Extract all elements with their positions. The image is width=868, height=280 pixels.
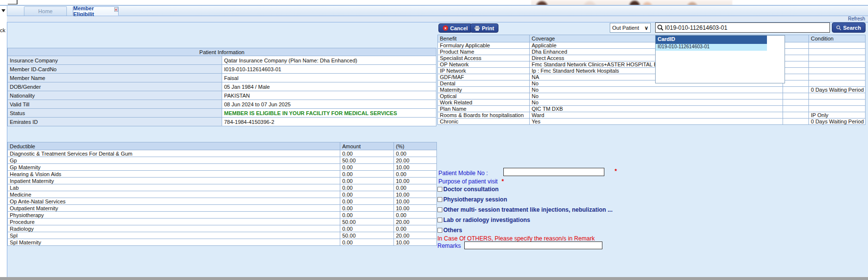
deductible-pct: 0.00 [394,212,437,219]
deductible-pct: 10.00 [394,178,437,184]
deductible-amount: 0.00 [340,198,394,205]
patient-info-row: DOB/Gender05 Jan 1984 / Male [8,82,436,91]
benefit-spacer [783,80,809,87]
benefit-name: Product Name [438,49,530,55]
benefit-header-condition: Condition [809,35,866,42]
patient-info-label: Emirates ID [8,118,222,126]
deductible-table: Deductible Amount (%) Diagnostic & Treat… [7,142,437,246]
benefit-condition [809,93,866,100]
nav-dropdown-arrow-icon[interactable] [1,9,5,12]
deductible-row: Radiology0.000.00 [8,225,437,232]
cardid-dropdown-header: CardID [656,36,767,44]
patient-info-title-row: Patient Information [8,48,436,56]
patient-info-table: Patient Information Insurance CompanyQat… [7,48,436,126]
benefit-name: Work Related [438,100,530,106]
deductible-pct: 20.00 [394,232,437,239]
benefit-condition [809,55,866,61]
purpose-checkbox[interactable] [437,218,442,222]
purpose-checkbox[interactable] [437,197,442,202]
side-cropped-text: ck [0,27,5,33]
benefit-row: IP NetworkIp : Fmc Standard Network Hosp… [438,68,866,74]
patient-info-body: Patient Information Insurance CompanyQat… [8,48,436,126]
benefit-row: Formulary ApplicableApplicable [438,42,866,49]
purpose-checkbox[interactable] [437,228,442,233]
deductible-name: Gp Maternity [8,164,340,171]
benefit-name: Formulary Applicable [438,42,530,49]
search-button[interactable]: Search [832,22,866,33]
patient-type-select[interactable]: Out Patient ∨ [610,23,651,33]
deductible-row: Inpatient Maternity0.0010.00 [8,178,437,184]
deductible-amount: 0.00 [340,205,394,212]
purpose-checkbox-label: Others [443,227,462,234]
tab-home-label: Home [38,8,52,14]
search-input-value: I019-010-112614603-01 [665,24,727,31]
deductible-pct: 10.00 [394,198,437,205]
cancel-button[interactable]: x Cancel [438,23,472,33]
deductible-name: Physiotherapy [8,212,340,219]
deductible-amount: 0.00 [340,191,394,198]
patient-info-value: 05 Jan 1984 / Male [222,82,436,91]
patient-info-value: I019-010-112614603-01 [222,65,436,74]
deductible-header-name: Deductible [8,142,340,150]
print-button[interactable]: Print [470,23,498,33]
benefit-spacer [783,49,809,55]
purpose-checkbox[interactable] [437,207,442,212]
search-button-icon [836,25,841,30]
deductible-amount: 50.00 [340,232,394,239]
refresh-link[interactable]: Refresh [848,16,865,21]
mobile-input[interactable] [503,168,604,176]
benefit-condition [809,80,866,87]
benefit-condition [809,100,866,106]
bottom-scroll-strip[interactable] [0,277,868,280]
benefit-spacer [783,112,809,119]
benefit-name: Maternity [438,87,530,93]
benefit-condition [809,42,866,49]
patient-info-value: Qatar Insurance Company (Plan Name: Dha … [222,56,436,65]
tab-home[interactable]: Home [24,6,67,16]
deductible-pct: 0.00 [394,150,437,157]
benefit-row: MaternityNo0 Days Waiting Period [438,87,866,93]
patient-info-title: Patient Information [8,48,436,56]
purpose-row: Physiotherapy session [437,196,613,203]
search-input[interactable]: I019-010-112614603-01 [655,22,830,33]
patient-info-label: DOB/Gender [8,82,222,91]
tab-member-eligibility[interactable]: Member Eligibilit x [73,6,119,16]
patient-info-row: Insurance CompanyQatar Insurance Company… [8,56,436,65]
deductible-name: Lab [8,184,340,191]
deductible-pct: 20.00 [394,219,437,225]
deductible-row: Outpatient Maternity0.0010.00 [8,205,437,212]
deductible-row: Procedure50.0020.00 [8,219,437,225]
cardid-dropdown-item[interactable]: I019-010-112614603-01 [656,44,767,51]
deductible-row: Lab0.000.00 [8,184,437,191]
benefit-name: Chronic [438,119,530,125]
benefit-row: OpticalNo [438,93,866,100]
patient-info-value: Faisal [222,74,436,82]
purpose-checkbox-label: Physiotherapy session [443,196,507,203]
remarks-input[interactable] [464,241,602,249]
others-note: In Case Of OTHERS, Please specify the re… [437,235,595,242]
deductible-name: Spl Maternity [8,239,340,246]
mobile-label: Patient Mobile No : [438,170,488,177]
benefit-row: Product NameDha Enhanced [438,49,866,55]
patient-info-value: 08 Jun 2024 to 07 Jun 2025 [222,100,436,109]
deductible-name: Hearing & Vision Aids [8,171,340,178]
benefit-coverage: No [530,100,783,106]
benefit-row: DentalNo [438,80,866,87]
deductible-name: Radiology [8,225,340,232]
benefit-row: GDF/MAFNA [438,74,866,80]
purpose-checkbox[interactable] [437,187,442,192]
deductible-pct: 10.00 [394,164,437,171]
print-icon [475,26,480,31]
purpose-row: Doctor consultation [437,185,613,193]
deductible-name: Diagnostic & Treatment Services For Dent… [8,150,340,157]
benefit-row: OP NetworkFmc Standard Network Clinics+A… [438,61,866,68]
benefit-name: Specialist Access [438,55,530,61]
deductible-amount: 0.00 [340,150,394,157]
deductible-row: Spl Maternity0.0010.00 [8,239,437,246]
deductible-name: Medicine [8,191,340,198]
benefit-name: Optical [438,93,530,100]
benefit-row: Specialist AccessDirect Access [438,55,866,61]
patient-info-value: MEMBER IS ELIGIBLE IN YOUR FACILITY FOR … [222,109,436,118]
deductible-row: Spl50.0020.00 [8,232,437,239]
tab-close-icon[interactable]: x [114,7,118,12]
